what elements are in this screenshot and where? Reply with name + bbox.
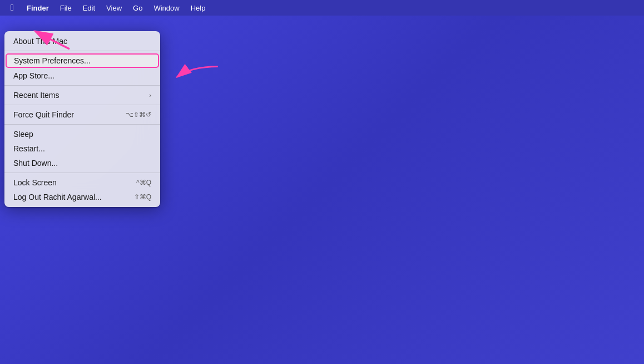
menubar-window[interactable]: Window bbox=[149, 0, 184, 16]
desktop: About This Mac System Preferences... App… bbox=[0, 16, 644, 364]
menu-divider-4 bbox=[4, 124, 160, 125]
menubar-file[interactable]: File bbox=[56, 0, 76, 16]
apple-logo-icon:  bbox=[11, 3, 14, 13]
menu-item-lock-screen[interactable]: Lock Screen ^⌘Q bbox=[4, 175, 160, 190]
menubar-view[interactable]: View bbox=[102, 0, 126, 16]
menu-item-recent-items[interactable]: Recent Items › bbox=[4, 88, 160, 102]
menubar:  Finder File Edit View Go Window Help bbox=[0, 0, 644, 16]
menubar-go[interactable]: Go bbox=[128, 0, 147, 16]
menu-divider-2 bbox=[4, 85, 160, 86]
menu-divider-1 bbox=[4, 51, 160, 51]
chevron-right-icon: › bbox=[149, 92, 151, 99]
annotation-arrow-system-prefs bbox=[172, 63, 222, 93]
menu-item-force-quit[interactable]: Force Quit Finder ⌥⇧⌘↺ bbox=[4, 107, 160, 122]
menubar-help[interactable]: Help bbox=[186, 0, 210, 16]
menubar-edit[interactable]: Edit bbox=[78, 0, 100, 16]
menu-item-about[interactable]: About This Mac bbox=[4, 34, 160, 48]
menu-item-system-preferences[interactable]: System Preferences... bbox=[6, 53, 159, 68]
menu-item-sleep[interactable]: Sleep bbox=[4, 127, 160, 141]
apple-menu-trigger[interactable]:  bbox=[4, 0, 20, 16]
menu-divider-5 bbox=[4, 173, 160, 173]
menubar-finder[interactable]: Finder bbox=[22, 0, 53, 16]
menu-divider-3 bbox=[4, 105, 160, 105]
menu-item-shutdown[interactable]: Shut Down... bbox=[4, 156, 160, 170]
menu-item-logout[interactable]: Log Out Rachit Agarwal... ⇧⌘Q bbox=[4, 190, 160, 204]
menu-item-restart[interactable]: Restart... bbox=[4, 141, 160, 156]
menu-item-app-store[interactable]: App Store... bbox=[4, 68, 160, 83]
apple-menu-dropdown: About This Mac System Preferences... App… bbox=[4, 31, 160, 207]
